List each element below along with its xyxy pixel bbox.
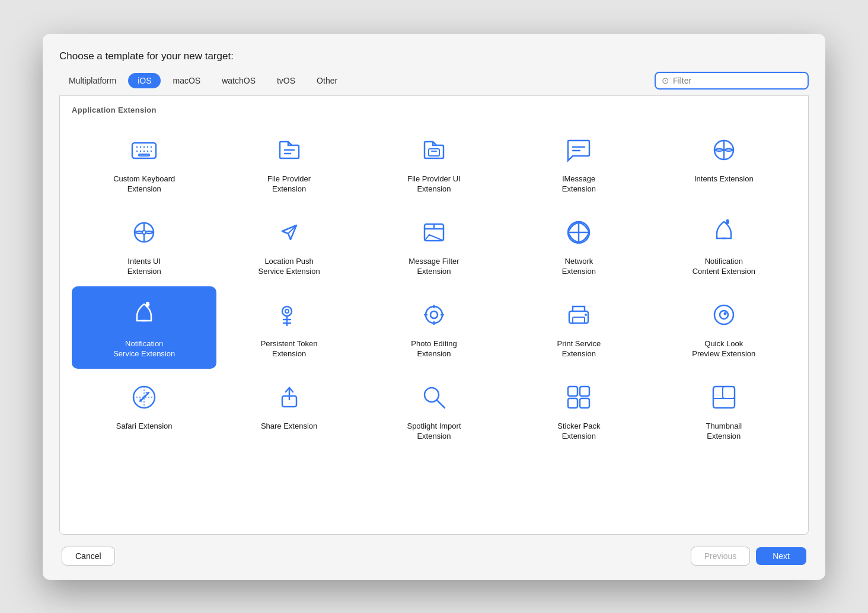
item-label: Share Extension bbox=[261, 421, 317, 432]
imessage-icon bbox=[561, 132, 596, 168]
cancel-button[interactable]: Cancel bbox=[62, 547, 115, 566]
item-network[interactable]: NetworkExtension bbox=[506, 204, 651, 286]
item-label: NotificationService Extension bbox=[113, 339, 175, 359]
item-location-push[interactable]: Location PushService Extension bbox=[216, 204, 361, 286]
dialog-title: Choose a template for your new target: bbox=[59, 50, 809, 62]
svg-point-48 bbox=[714, 305, 733, 324]
svg-rect-46 bbox=[573, 317, 585, 323]
svg-point-40 bbox=[430, 311, 438, 318]
share-icon bbox=[272, 379, 307, 415]
svg-rect-11 bbox=[139, 154, 149, 156]
messagefilter-icon bbox=[416, 215, 452, 250]
item-label: Safari Extension bbox=[116, 421, 173, 432]
item-sticker-pack[interactable]: Sticker PackExtension bbox=[506, 369, 651, 451]
item-file-provider[interactable]: File ProviderExtension bbox=[216, 122, 361, 204]
svg-rect-61 bbox=[580, 398, 589, 408]
svg-rect-63 bbox=[723, 387, 735, 398]
dialog: Choose a template for your new target: M… bbox=[43, 34, 825, 580]
item-persistent-token[interactable]: Persistent TokenExtension bbox=[216, 286, 361, 369]
item-share[interactable]: Share Extension bbox=[216, 369, 361, 451]
item-label: File ProviderExtension bbox=[267, 174, 311, 194]
item-label: Sticker PackExtension bbox=[557, 421, 600, 442]
item-custom-keyboard[interactable]: Custom KeyboardExtension bbox=[72, 122, 216, 204]
platform-tabs: Multiplatform iOS macOS watchOS tvOS Oth… bbox=[59, 73, 347, 94]
tab-tvos[interactable]: tvOS bbox=[267, 73, 305, 88]
item-imessage[interactable]: iMessageExtension bbox=[506, 122, 651, 204]
item-message-filter[interactable]: Message FilterExtension bbox=[362, 204, 506, 286]
item-label: Location PushService Extension bbox=[259, 256, 320, 277]
item-label: Photo EditingExtension bbox=[411, 339, 457, 359]
filter-icon: ⊙ bbox=[662, 75, 669, 86]
item-file-provider-ui[interactable]: File Provider UIExtension bbox=[362, 122, 506, 204]
item-thumbnail[interactable]: ThumbnailExtension bbox=[652, 369, 796, 451]
item-notification-service[interactable]: NotificationService Extension bbox=[72, 286, 216, 369]
svg-point-22 bbox=[142, 231, 146, 234]
item-label: ThumbnailExtension bbox=[706, 421, 742, 442]
filter-input[interactable] bbox=[673, 76, 802, 85]
item-label: Custom KeyboardExtension bbox=[113, 174, 175, 194]
keyboard-icon bbox=[126, 132, 162, 168]
item-photo-editing[interactable]: Photo EditingExtension bbox=[362, 286, 506, 369]
item-label: Message FilterExtension bbox=[409, 256, 459, 277]
svg-point-35 bbox=[285, 309, 289, 313]
item-notification-content[interactable]: NotificationContent Extension bbox=[652, 204, 796, 286]
tab-ios[interactable]: iOS bbox=[128, 73, 161, 88]
safari-icon bbox=[126, 379, 162, 415]
fileprovider-icon bbox=[272, 132, 307, 168]
svg-rect-60 bbox=[568, 398, 577, 408]
tab-other[interactable]: Other bbox=[307, 73, 347, 88]
svg-point-50 bbox=[723, 312, 726, 315]
item-label: Intents Extension bbox=[694, 174, 754, 184]
svg-point-47 bbox=[585, 314, 587, 316]
intentsui-icon bbox=[126, 215, 162, 250]
content-area: Application Extension bbox=[59, 96, 809, 535]
tab-multiplatform[interactable]: Multiplatform bbox=[59, 73, 126, 88]
svg-rect-59 bbox=[580, 387, 589, 396]
fileproviderui-icon bbox=[416, 132, 452, 168]
section-header: Application Extension bbox=[72, 106, 796, 114]
svg-rect-14 bbox=[429, 149, 439, 156]
svg-point-49 bbox=[720, 311, 728, 319]
extensions-grid: Custom KeyboardExtension File ProviderEx… bbox=[72, 122, 796, 451]
svg-line-57 bbox=[437, 400, 445, 408]
svg-rect-62 bbox=[713, 387, 735, 408]
svg-rect-58 bbox=[568, 387, 577, 396]
bottom-bar: Cancel Previous Next bbox=[59, 547, 809, 566]
svg-point-34 bbox=[282, 306, 292, 316]
spotlight-icon bbox=[416, 379, 452, 415]
stickerpack-icon bbox=[561, 379, 596, 415]
item-spotlight[interactable]: Spotlight ImportExtension bbox=[362, 369, 506, 451]
next-button[interactable]: Next bbox=[756, 547, 806, 565]
photoediting-icon bbox=[416, 297, 452, 333]
item-label: Intents UIExtension bbox=[127, 256, 161, 277]
tab-watchos[interactable]: watchOS bbox=[212, 73, 265, 88]
item-label: Print ServiceExtension bbox=[557, 339, 601, 359]
item-label: File Provider UIExtension bbox=[407, 174, 461, 194]
item-print-service[interactable]: Print ServiceExtension bbox=[506, 286, 651, 369]
previous-button: Previous bbox=[691, 547, 750, 566]
filter-box: ⊙ bbox=[655, 72, 809, 90]
right-buttons: Previous Next bbox=[691, 547, 806, 566]
tabs-and-filter-bar: Multiplatform iOS macOS watchOS tvOS Oth… bbox=[59, 72, 809, 96]
svg-point-39 bbox=[426, 306, 442, 323]
item-label: Quick LookPreview Extension bbox=[692, 339, 755, 359]
item-quick-look[interactable]: Quick LookPreview Extension bbox=[652, 286, 796, 369]
tab-macos[interactable]: macOS bbox=[163, 73, 210, 88]
item-label: NotificationContent Extension bbox=[693, 256, 755, 277]
item-label: NetworkExtension bbox=[562, 256, 596, 277]
quicklook-icon bbox=[706, 297, 742, 333]
item-safari[interactable]: Safari Extension bbox=[72, 369, 216, 451]
item-intents-ui[interactable]: Intents UIExtension bbox=[72, 204, 216, 286]
thumbnail-icon bbox=[706, 379, 742, 415]
item-label: Spotlight ImportExtension bbox=[407, 421, 461, 442]
notificationcontent-icon bbox=[706, 215, 742, 250]
item-intents[interactable]: Intents Extension bbox=[652, 122, 796, 204]
network-icon bbox=[561, 215, 596, 250]
printservice-icon bbox=[561, 297, 596, 333]
svg-point-31 bbox=[726, 221, 729, 224]
item-label: iMessageExtension bbox=[562, 174, 596, 194]
item-label: Persistent TokenExtension bbox=[261, 339, 318, 359]
intents-icon bbox=[706, 132, 742, 168]
notificationservice-icon bbox=[126, 297, 162, 333]
locationpush-icon bbox=[272, 215, 307, 250]
